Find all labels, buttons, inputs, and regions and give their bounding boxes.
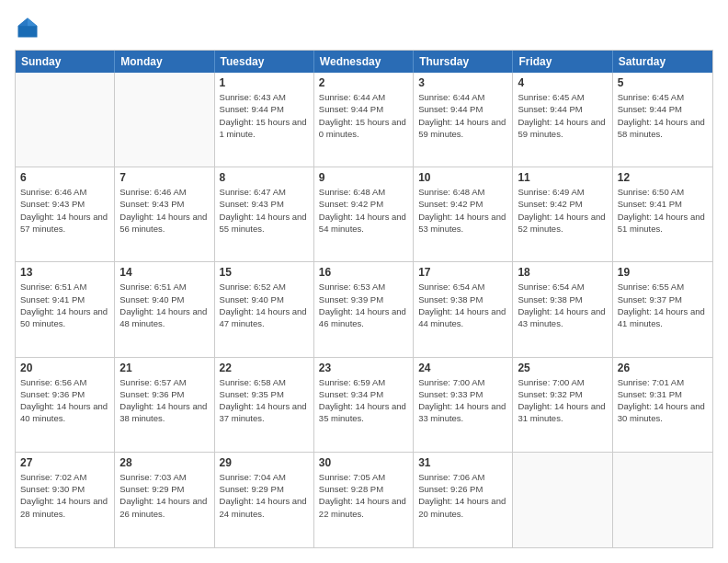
day-name-wednesday: Wednesday	[314, 51, 414, 73]
cell-info: Sunrise: 6:59 AMSunset: 9:34 PMDaylight:…	[319, 376, 408, 425]
cell-info: Sunrise: 7:04 AMSunset: 9:29 PMDaylight:…	[220, 471, 309, 520]
cell-info: Sunrise: 7:06 AMSunset: 9:26 PMDaylight:…	[418, 471, 507, 520]
calendar-cell: 30Sunrise: 7:05 AMSunset: 9:28 PMDayligh…	[314, 453, 414, 547]
cell-info: Sunrise: 6:55 AMSunset: 9:37 PMDaylight:…	[618, 281, 708, 329]
cell-date: 18	[518, 266, 607, 279]
cell-date: 5	[618, 76, 708, 89]
day-name-sunday: Sunday	[16, 51, 115, 73]
calendar-cell: 8Sunrise: 6:47 AMSunset: 9:43 PMDaylight…	[215, 167, 314, 261]
logo	[15, 15, 44, 40]
cell-date: 12	[618, 171, 708, 184]
logo-icon	[15, 15, 40, 40]
calendar-body: 1Sunrise: 6:43 AMSunset: 9:44 PMDaylight…	[16, 73, 712, 547]
cell-info: Sunrise: 7:02 AMSunset: 9:30 PMDaylight:…	[20, 471, 109, 520]
cell-info: Sunrise: 6:53 AMSunset: 9:39 PMDaylight:…	[319, 281, 408, 329]
calendar-cell	[115, 73, 214, 167]
cell-info: Sunrise: 7:03 AMSunset: 9:29 PMDaylight:…	[119, 471, 209, 520]
calendar-cell: 29Sunrise: 7:04 AMSunset: 9:29 PMDayligh…	[215, 453, 314, 547]
cell-info: Sunrise: 6:44 AMSunset: 9:44 PMDaylight:…	[418, 91, 507, 140]
calendar-cell: 9Sunrise: 6:48 AMSunset: 9:42 PMDaylight…	[314, 167, 414, 261]
day-name-monday: Monday	[115, 51, 214, 73]
day-name-thursday: Thursday	[414, 51, 513, 73]
calendar-cell: 10Sunrise: 6:48 AMSunset: 9:42 PMDayligh…	[414, 167, 513, 261]
cell-date: 4	[518, 76, 607, 89]
cell-date: 22	[220, 362, 309, 374]
cell-date: 11	[518, 171, 607, 184]
cell-date: 8	[220, 171, 309, 184]
cell-info: Sunrise: 6:49 AMSunset: 9:42 PMDaylight:…	[518, 186, 607, 235]
calendar-cell	[613, 453, 712, 547]
cell-info: Sunrise: 6:46 AMSunset: 9:43 PMDaylight:…	[20, 186, 109, 235]
day-name-saturday: Saturday	[613, 51, 712, 73]
calendar-cell: 11Sunrise: 6:49 AMSunset: 9:42 PMDayligh…	[513, 167, 612, 261]
cell-info: Sunrise: 6:54 AMSunset: 9:38 PMDaylight:…	[418, 281, 507, 329]
cell-info: Sunrise: 6:48 AMSunset: 9:42 PMDaylight:…	[319, 186, 408, 235]
calendar-cell: 23Sunrise: 6:59 AMSunset: 9:34 PMDayligh…	[314, 358, 414, 452]
calendar-cell: 2Sunrise: 6:44 AMSunset: 9:44 PMDaylight…	[314, 73, 414, 167]
cell-info: Sunrise: 6:45 AMSunset: 9:44 PMDaylight:…	[518, 91, 607, 140]
cell-date: 14	[119, 266, 209, 279]
calendar-cell: 14Sunrise: 6:51 AMSunset: 9:40 PMDayligh…	[115, 262, 214, 356]
cell-date: 6	[20, 171, 109, 184]
calendar-cell: 15Sunrise: 6:52 AMSunset: 9:40 PMDayligh…	[215, 262, 314, 356]
cell-date: 28	[119, 456, 209, 469]
cell-date: 10	[418, 171, 507, 184]
calendar-cell: 5Sunrise: 6:45 AMSunset: 9:44 PMDaylight…	[613, 73, 712, 167]
calendar-week-1: 6Sunrise: 6:46 AMSunset: 9:43 PMDaylight…	[16, 167, 712, 262]
cell-date: 3	[418, 76, 507, 89]
calendar-cell: 7Sunrise: 6:46 AMSunset: 9:43 PMDaylight…	[115, 167, 214, 261]
cell-info: Sunrise: 7:00 AMSunset: 9:33 PMDaylight:…	[418, 376, 507, 425]
calendar-cell: 28Sunrise: 7:03 AMSunset: 9:29 PMDayligh…	[115, 453, 214, 547]
calendar-cell: 20Sunrise: 6:56 AMSunset: 9:36 PMDayligh…	[16, 358, 115, 452]
calendar-cell	[16, 73, 115, 167]
cell-info: Sunrise: 6:52 AMSunset: 9:40 PMDaylight:…	[220, 281, 309, 329]
cell-info: Sunrise: 6:56 AMSunset: 9:36 PMDaylight:…	[20, 376, 109, 425]
cell-date: 15	[220, 266, 309, 279]
calendar-cell: 24Sunrise: 7:00 AMSunset: 9:33 PMDayligh…	[414, 358, 513, 452]
cell-date: 24	[418, 362, 507, 374]
cell-date: 25	[518, 362, 607, 374]
cell-date: 29	[220, 456, 309, 469]
cell-info: Sunrise: 7:01 AMSunset: 9:31 PMDaylight:…	[618, 376, 708, 425]
cell-info: Sunrise: 6:47 AMSunset: 9:43 PMDaylight:…	[220, 186, 309, 235]
cell-date: 27	[20, 456, 109, 469]
calendar-cell: 16Sunrise: 6:53 AMSunset: 9:39 PMDayligh…	[314, 262, 414, 356]
cell-info: Sunrise: 7:05 AMSunset: 9:28 PMDaylight:…	[319, 471, 408, 520]
day-name-tuesday: Tuesday	[215, 51, 314, 73]
cell-info: Sunrise: 6:45 AMSunset: 9:44 PMDaylight:…	[618, 91, 708, 140]
cell-info: Sunrise: 6:46 AMSunset: 9:43 PMDaylight:…	[119, 186, 209, 235]
cell-date: 30	[319, 456, 408, 469]
calendar-cell: 4Sunrise: 6:45 AMSunset: 9:44 PMDaylight…	[513, 73, 612, 167]
svg-marker-2	[18, 18, 28, 27]
cell-date: 16	[319, 266, 408, 279]
calendar-cell: 17Sunrise: 6:54 AMSunset: 9:38 PMDayligh…	[414, 262, 513, 356]
cell-date: 9	[319, 171, 408, 184]
calendar-week-4: 27Sunrise: 7:02 AMSunset: 9:30 PMDayligh…	[16, 453, 712, 547]
calendar-week-3: 20Sunrise: 6:56 AMSunset: 9:36 PMDayligh…	[16, 358, 712, 453]
cell-date: 1	[220, 76, 309, 89]
calendar-cell: 6Sunrise: 6:46 AMSunset: 9:43 PMDaylight…	[16, 167, 115, 261]
cell-info: Sunrise: 6:48 AMSunset: 9:42 PMDaylight:…	[418, 186, 507, 235]
cell-date: 13	[20, 266, 109, 279]
page: SundayMondayTuesdayWednesdayThursdayFrid…	[0, 0, 728, 563]
cell-info: Sunrise: 6:43 AMSunset: 9:44 PMDaylight:…	[220, 91, 309, 140]
calendar-cell: 31Sunrise: 7:06 AMSunset: 9:26 PMDayligh…	[414, 453, 513, 547]
cell-info: Sunrise: 6:44 AMSunset: 9:44 PMDaylight:…	[319, 91, 408, 140]
calendar-cell: 1Sunrise: 6:43 AMSunset: 9:44 PMDaylight…	[215, 73, 314, 167]
header	[15, 15, 713, 40]
calendar-cell: 26Sunrise: 7:01 AMSunset: 9:31 PMDayligh…	[613, 358, 712, 452]
cell-date: 20	[20, 362, 109, 374]
cell-date: 2	[319, 76, 408, 89]
cell-info: Sunrise: 7:00 AMSunset: 9:32 PMDaylight:…	[518, 376, 607, 425]
cell-info: Sunrise: 6:50 AMSunset: 9:41 PMDaylight:…	[618, 186, 708, 235]
cell-date: 7	[119, 171, 209, 184]
calendar-cell: 3Sunrise: 6:44 AMSunset: 9:44 PMDaylight…	[414, 73, 513, 167]
cell-info: Sunrise: 6:51 AMSunset: 9:41 PMDaylight:…	[20, 281, 109, 329]
cell-date: 17	[418, 266, 507, 279]
cell-info: Sunrise: 6:57 AMSunset: 9:36 PMDaylight:…	[119, 376, 209, 425]
svg-marker-1	[28, 18, 38, 27]
cell-date: 31	[418, 456, 507, 469]
cell-info: Sunrise: 6:58 AMSunset: 9:35 PMDaylight:…	[220, 376, 309, 425]
cell-info: Sunrise: 6:51 AMSunset: 9:40 PMDaylight:…	[119, 281, 209, 329]
calendar-cell: 22Sunrise: 6:58 AMSunset: 9:35 PMDayligh…	[215, 358, 314, 452]
